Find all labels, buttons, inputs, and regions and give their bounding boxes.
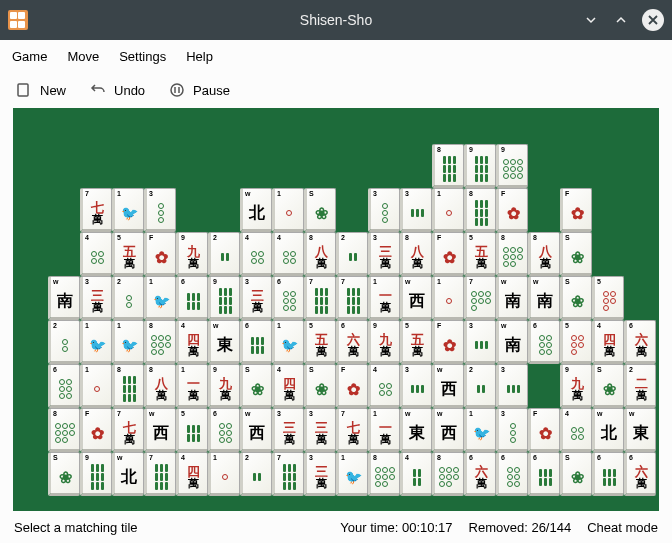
- mahjong-tile[interactable]: 6: [496, 452, 528, 496]
- mahjong-tile[interactable]: 2: [48, 320, 80, 364]
- mahjong-tile[interactable]: S❀: [560, 232, 592, 276]
- mahjong-tile[interactable]: 7: [464, 276, 496, 320]
- mahjong-tile[interactable]: w西: [400, 276, 432, 320]
- mahjong-tile[interactable]: 2: [240, 452, 272, 496]
- mahjong-tile[interactable]: 3: [144, 188, 176, 232]
- mahjong-tile[interactable]: w東: [400, 408, 432, 452]
- mahjong-tile[interactable]: 1一: [368, 276, 400, 320]
- undo-button[interactable]: Undo: [90, 82, 145, 98]
- mahjong-tile[interactable]: 7七: [336, 408, 368, 452]
- mahjong-tile[interactable]: F✿: [432, 320, 464, 364]
- mahjong-tile[interactable]: 3: [496, 408, 528, 452]
- mahjong-tile[interactable]: 9: [496, 144, 528, 188]
- mahjong-tile[interactable]: 1🐦: [80, 320, 112, 364]
- mahjong-tile[interactable]: 4: [240, 232, 272, 276]
- mahjong-tile[interactable]: 3三: [80, 276, 112, 320]
- mahjong-tile[interactable]: w北: [240, 188, 272, 232]
- mahjong-tile[interactable]: 4: [368, 364, 400, 408]
- mahjong-tile[interactable]: 3三: [304, 452, 336, 496]
- mahjong-tile[interactable]: 5: [592, 276, 624, 320]
- close-button[interactable]: [642, 9, 664, 31]
- mahjong-tile[interactable]: 6: [176, 276, 208, 320]
- mahjong-tile[interactable]: 1: [208, 452, 240, 496]
- mahjong-tile[interactable]: 2: [336, 232, 368, 276]
- mahjong-tile[interactable]: 2: [208, 232, 240, 276]
- mahjong-tile[interactable]: 7: [336, 276, 368, 320]
- mahjong-tile[interactable]: 3: [400, 364, 432, 408]
- mahjong-tile[interactable]: 6: [272, 276, 304, 320]
- mahjong-tile[interactable]: 9: [80, 452, 112, 496]
- mahjong-tile[interactable]: 5五: [400, 320, 432, 364]
- mahjong-tile[interactable]: 7: [272, 452, 304, 496]
- mahjong-tile[interactable]: S❀: [560, 452, 592, 496]
- mahjong-tile[interactable]: F✿: [144, 232, 176, 276]
- mahjong-tile[interactable]: 6: [208, 408, 240, 452]
- mahjong-tile[interactable]: 2二: [624, 364, 656, 408]
- mahjong-tile[interactable]: 7七: [80, 188, 112, 232]
- mahjong-tile[interactable]: 1一: [176, 364, 208, 408]
- mahjong-tile[interactable]: 1🐦: [144, 276, 176, 320]
- mahjong-tile[interactable]: w東: [208, 320, 240, 364]
- mahjong-tile[interactable]: 6六: [624, 452, 656, 496]
- mahjong-tile[interactable]: 4四: [176, 452, 208, 496]
- mahjong-tile[interactable]: 8八: [144, 364, 176, 408]
- mahjong-tile[interactable]: 5: [176, 408, 208, 452]
- mahjong-tile[interactable]: 6: [240, 320, 272, 364]
- mahjong-tile[interactable]: 8: [432, 452, 464, 496]
- mahjong-tile[interactable]: w南: [496, 276, 528, 320]
- mahjong-tile[interactable]: 8: [112, 364, 144, 408]
- mahjong-tile[interactable]: 6: [48, 364, 80, 408]
- mahjong-tile[interactable]: w東: [624, 408, 656, 452]
- mahjong-tile[interactable]: 4四: [176, 320, 208, 364]
- mahjong-tile[interactable]: S❀: [48, 452, 80, 496]
- mahjong-tile[interactable]: 9九: [368, 320, 400, 364]
- mahjong-tile[interactable]: 1一: [368, 408, 400, 452]
- mahjong-tile[interactable]: w北: [592, 408, 624, 452]
- mahjong-tile[interactable]: 2: [112, 276, 144, 320]
- mahjong-tile[interactable]: 7七: [112, 408, 144, 452]
- mahjong-tile[interactable]: 4: [80, 232, 112, 276]
- mahjong-tile[interactable]: 5五: [112, 232, 144, 276]
- mahjong-tile[interactable]: 4: [272, 232, 304, 276]
- mahjong-tile[interactable]: F✿: [80, 408, 112, 452]
- mahjong-tile[interactable]: F✿: [496, 188, 528, 232]
- mahjong-tile[interactable]: F✿: [528, 408, 560, 452]
- mahjong-tile[interactable]: 9: [208, 276, 240, 320]
- mahjong-tile[interactable]: 4: [400, 452, 432, 496]
- mahjong-tile[interactable]: w西: [144, 408, 176, 452]
- mahjong-tile[interactable]: 8八: [528, 232, 560, 276]
- mahjong-tile[interactable]: 9九: [560, 364, 592, 408]
- mahjong-tile[interactable]: F✿: [336, 364, 368, 408]
- mahjong-tile[interactable]: 8: [432, 144, 464, 188]
- mahjong-tile[interactable]: 6六: [624, 320, 656, 364]
- mahjong-tile[interactable]: 3三: [368, 232, 400, 276]
- mahjong-tile[interactable]: 6: [528, 452, 560, 496]
- mahjong-tile[interactable]: 8: [48, 408, 80, 452]
- mahjong-tile[interactable]: 8: [464, 188, 496, 232]
- mahjong-tile[interactable]: w北: [112, 452, 144, 496]
- mahjong-tile[interactable]: 8: [496, 232, 528, 276]
- mahjong-tile[interactable]: w西: [432, 408, 464, 452]
- mahjong-tile[interactable]: 1🐦: [464, 408, 496, 452]
- mahjong-tile[interactable]: 3三: [240, 276, 272, 320]
- mahjong-tile[interactable]: 9: [464, 144, 496, 188]
- mahjong-tile[interactable]: 1: [80, 364, 112, 408]
- menu-help[interactable]: Help: [186, 49, 213, 64]
- mahjong-tile[interactable]: 9九: [176, 232, 208, 276]
- mahjong-tile[interactable]: 8八: [304, 232, 336, 276]
- mahjong-tile[interactable]: 3三: [304, 408, 336, 452]
- mahjong-tile[interactable]: F✿: [432, 232, 464, 276]
- maximize-button[interactable]: [612, 11, 630, 29]
- mahjong-tile[interactable]: w南: [48, 276, 80, 320]
- mahjong-tile[interactable]: 6: [592, 452, 624, 496]
- mahjong-tile[interactable]: 6六: [336, 320, 368, 364]
- new-button[interactable]: New: [16, 82, 66, 98]
- menu-game[interactable]: Game: [12, 49, 47, 64]
- mahjong-tile[interactable]: 1: [432, 188, 464, 232]
- mahjong-tile[interactable]: 7: [144, 452, 176, 496]
- mahjong-tile[interactable]: 1🐦: [336, 452, 368, 496]
- mahjong-tile[interactable]: S❀: [592, 364, 624, 408]
- mahjong-tile[interactable]: 1🐦: [112, 320, 144, 364]
- mahjong-tile[interactable]: 5: [560, 320, 592, 364]
- mahjong-tile[interactable]: 8: [144, 320, 176, 364]
